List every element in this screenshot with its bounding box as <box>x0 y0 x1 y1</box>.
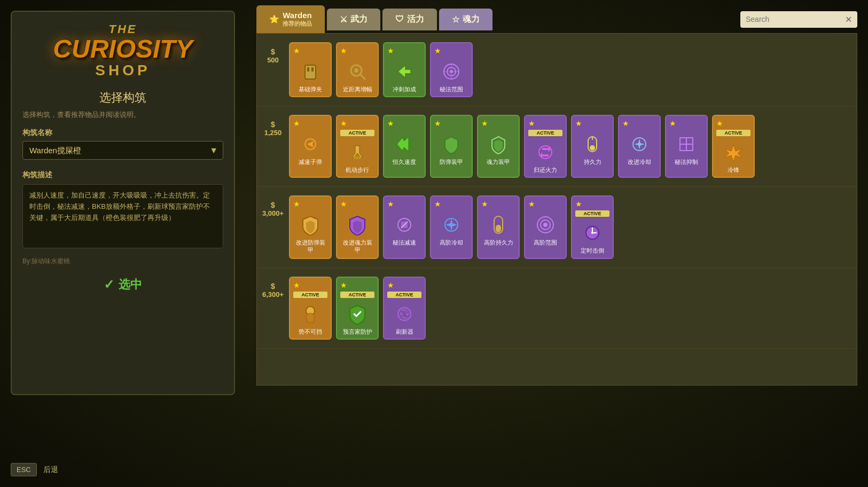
item-star-icon: ★ <box>340 119 347 128</box>
shop-logo: THE CURIOSITY SHOP <box>22 22 223 79</box>
build-description: 减别人速度，加自己速度，开大吸吸吸，冲上去抗伤害。定时击倒，秘法减速，BKB放额… <box>22 184 223 248</box>
item-name: 改进冷却 <box>628 159 651 166</box>
svg-point-28 <box>543 223 548 227</box>
item-card-1-4[interactable]: ★ 魂力装甲 <box>477 115 520 178</box>
item-card-0-2[interactable]: ★ 冲刺加成 <box>383 42 426 97</box>
tab-warden[interactable]: ⭐ Warden 推荐的物品 <box>256 5 325 33</box>
item-card-2-2[interactable]: ★ 秘法减速 <box>383 195 426 258</box>
item-card-1-3[interactable]: ★ 防弹装甲 <box>430 115 473 178</box>
item-name: 改进魂力装甲 <box>340 239 374 253</box>
active-badge: ACTIVE <box>575 210 609 217</box>
item-card-2-5[interactable]: ★ 高阶范围 <box>524 195 567 258</box>
item-icon <box>391 211 418 238</box>
price-label-0: $500 <box>257 42 289 64</box>
tab-warden-label: Warden <box>283 11 311 20</box>
item-card-1-6[interactable]: ★ 持久力 <box>571 115 614 178</box>
svg-point-34 <box>398 308 411 320</box>
item-icon <box>391 131 418 158</box>
build-select[interactable]: Warden搅屎橙 <box>22 141 223 160</box>
item-name: 冲刺加成 <box>393 86 416 93</box>
item-card-1-9[interactable]: ★ ACTIVE 冷锋 <box>712 115 755 178</box>
item-name: 改进防弹装甲 <box>293 239 327 253</box>
left-panel: THE CURIOSITY SHOP 选择构筑 选择构筑，查看推荐物品并阅读说明… <box>11 11 235 395</box>
item-header: ★ <box>387 119 421 128</box>
price-label-1: $1,250 <box>257 115 289 137</box>
tabs-row: ⭐ Warden 推荐的物品 ⚔ 武力 🛡 活力 ☆ 魂力 ✕ <box>256 5 857 33</box>
item-icon <box>344 58 371 85</box>
item-card-inner: ★ 高阶冷却 <box>431 197 472 249</box>
price-section-2: $3,000+ ★ 改进防弹装甲 ★ 改进魂力装甲 <box>257 187 857 268</box>
item-header: ★ <box>340 281 374 289</box>
tab-moli[interactable]: ☆ 魂力 <box>439 9 492 30</box>
tab-wuli[interactable]: ⚔ 武力 <box>327 9 380 30</box>
item-card-inner: ★ 秘法范围 <box>431 43 472 96</box>
item-card-3-0[interactable]: ★ ACTIVE 势不可挡 <box>289 277 332 340</box>
item-header: ★ <box>293 200 327 208</box>
items-row-2: ★ 改进防弹装甲 ★ 改进魂力装甲 <box>289 195 848 258</box>
item-header: ★ <box>481 119 515 128</box>
svg-point-13 <box>539 146 552 159</box>
item-card-0-0[interactable]: ★ 基础弹夹 <box>289 42 332 97</box>
item-name: 高阶持久力 <box>484 239 513 246</box>
star-icon-moli: ☆ <box>452 14 459 25</box>
item-icon <box>579 219 606 246</box>
item-icon <box>297 131 324 158</box>
item-icon <box>391 58 418 85</box>
item-star-icon: ★ <box>575 200 582 208</box>
item-card-1-7[interactable]: ★ 改进冷却 <box>618 115 661 178</box>
items-row-0: ★ 基础弹夹 ★ 近距离增幅 ★ <box>289 42 848 97</box>
svg-line-4 <box>360 74 365 79</box>
item-card-2-6[interactable]: ★ ACTIVE 定时击倒 <box>571 195 614 258</box>
item-star-icon: ★ <box>622 119 629 128</box>
item-icon <box>438 58 465 85</box>
item-card-3-2[interactable]: ★ ACTIVE 刷新器 <box>383 277 426 340</box>
item-card-0-3[interactable]: ★ 秘法范围 <box>430 42 473 97</box>
item-star-icon: ★ <box>340 281 347 289</box>
active-badge: ACTIVE <box>340 292 374 298</box>
item-card-2-3[interactable]: ★ 高阶冷却 <box>430 195 473 258</box>
item-header: ★ <box>387 281 421 289</box>
item-card-2-1[interactable]: ★ 改进魂力装甲 <box>336 195 379 258</box>
item-icon <box>579 131 606 158</box>
item-header: ★ <box>575 119 609 128</box>
item-star-icon: ★ <box>528 200 535 208</box>
price-section-3: $6,300+ ★ ACTIVE 势不可挡 ★ ACTIVE 预言家防护 <box>257 268 857 349</box>
search-close-button[interactable]: ✕ <box>845 14 852 25</box>
item-card-inner: ★ 近距离增幅 <box>337 43 378 96</box>
item-card-inner: ★ 秘法抑制 <box>666 116 707 169</box>
item-card-2-0[interactable]: ★ 改进防弹装甲 <box>289 195 332 258</box>
item-card-2-4[interactable]: ★ 高阶持久力 <box>477 195 520 258</box>
item-icon <box>391 301 418 327</box>
esc-button[interactable]: ESC <box>11 463 37 476</box>
build-select-wrapper: Warden搅屎橙 ▼ <box>22 141 223 160</box>
item-card-0-1[interactable]: ★ 近距离增幅 <box>336 42 379 97</box>
build-desc-label: 构筑描述 <box>22 170 223 180</box>
item-icon <box>532 139 559 166</box>
tab-huoli[interactable]: 🛡 活力 <box>382 9 437 30</box>
item-icon <box>344 211 371 238</box>
select-build-button[interactable]: ✓ 选中 <box>22 277 223 293</box>
panel-subtitle: 选择构筑，查看推荐物品并阅读说明。 <box>22 110 223 120</box>
item-card-1-5[interactable]: ★ ACTIVE 归还火力 <box>524 115 567 178</box>
item-name: 秘法抑制 <box>675 159 698 166</box>
active-badge: ACTIVE <box>387 292 421 298</box>
right-panel: ⭐ Warden 推荐的物品 ⚔ 武力 🛡 活力 ☆ 魂力 ✕ $500 <box>256 5 857 395</box>
svg-rect-2 <box>311 67 314 72</box>
item-icon <box>297 58 324 85</box>
item-icon <box>532 211 559 238</box>
item-card-1-2[interactable]: ★ 恒久速度 <box>383 115 426 178</box>
item-star-icon: ★ <box>387 200 394 208</box>
item-name: 秘法减速 <box>393 239 416 246</box>
item-card-1-0[interactable]: ★ 减速子弹 <box>289 115 332 178</box>
item-card-inner: ★ 秘法减速 <box>384 197 425 249</box>
item-card-1-1[interactable]: ★ ACTIVE 机动步行 <box>336 115 379 178</box>
item-name: 防弹装甲 <box>440 159 463 166</box>
item-header: ★ <box>293 281 327 289</box>
price-label-2: $3,000+ <box>257 195 289 217</box>
item-star-icon: ★ <box>387 281 394 289</box>
item-icon <box>720 139 747 166</box>
search-input[interactable] <box>746 15 842 23</box>
item-card-3-1[interactable]: ★ ACTIVE 预言家防护 <box>336 277 379 340</box>
content-area: $500 ★ 基础弹夹 ★ 近距离增幅 <box>256 33 857 386</box>
item-card-1-8[interactable]: ★ 秘法抑制 <box>665 115 708 178</box>
